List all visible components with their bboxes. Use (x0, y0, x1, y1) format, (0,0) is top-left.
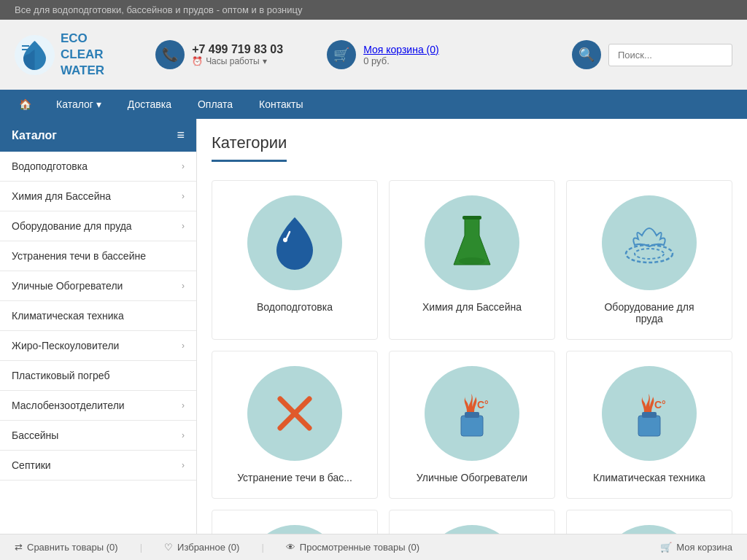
category-icon-vodopodgotovka (247, 195, 342, 290)
svg-rect-11 (465, 412, 479, 418)
category-card-oborudovanie[interactable]: Оборудование дляпруда (566, 180, 732, 340)
arrow-icon: › (182, 430, 185, 440)
sidebar-item-maslo[interactable]: Маслобензоотделители › (0, 391, 196, 421)
svg-text:C°: C° (477, 399, 489, 411)
category-card-klimat[interactable]: C° Климатическая техника (566, 351, 732, 499)
category-icon-klimat: C° (602, 366, 697, 461)
category-name: Оборудование дляпруда (604, 301, 694, 324)
category-name: Климатическая техника (593, 472, 705, 483)
compare-icon: ⇄ (15, 542, 23, 553)
sidebar: Каталог ≡ Водоподготовка › Химия для Бас… (0, 119, 197, 560)
search-input[interactable] (608, 44, 732, 66)
nav-contacts[interactable]: Контакты (246, 90, 316, 119)
category-card-obogrev[interactable]: C° Уличные Обогреватели (389, 351, 555, 499)
svg-point-3 (283, 238, 287, 242)
svg-text:C°: C° (654, 399, 666, 411)
cart-bottom-icon: 🛒 (660, 542, 672, 553)
sidebar-header: Каталог ≡ (0, 119, 196, 152)
arrow-icon: › (182, 341, 185, 351)
favorites-button[interactable]: ♡ Избранное (0) (164, 542, 239, 553)
category-grid: Водоподготовка Химия для Бассейна (212, 180, 732, 499)
sidebar-item-ustranenie[interactable]: Устранения течи в бассейне (0, 241, 196, 271)
cart-block: 🛒 Моя корзина (0) 0 руб. (327, 40, 439, 69)
viewed-button[interactable]: 👁 Просмотренные товары (0) (286, 542, 419, 553)
sidebar-item-zhiro[interactable]: Жиро-Пескоуловители › (0, 331, 196, 361)
logo[interactable]: ECO CLEAR WATER (15, 31, 104, 79)
sidebar-item-pogreb[interactable]: Пластиковый погреб (0, 361, 196, 391)
arrow-icon: › (182, 161, 185, 171)
sidebar-item-obogrev[interactable]: Уличные Обогреватели › (0, 271, 196, 301)
cart-icon[interactable]: 🛒 (327, 40, 356, 69)
arrow-icon: › (182, 400, 185, 411)
category-icon-oborudovanie (602, 195, 697, 290)
svg-rect-13 (638, 416, 660, 436)
category-icon-ustranenie (247, 366, 342, 461)
search-icon[interactable]: 🔍 (572, 40, 601, 69)
main-nav: 🏠 Каталог ▾ Доставка Оплата Контакты (0, 90, 747, 119)
search-block: 🔍 (572, 40, 732, 69)
category-card-ustranenie[interactable]: Устранение течи в бас... (212, 351, 378, 499)
sidebar-item-vodopodgotovka[interactable]: Водоподготовка › (0, 152, 196, 182)
phone-number[interactable]: +7 499 719 83 03 (192, 43, 283, 56)
svg-rect-14 (642, 412, 657, 418)
main-layout: Каталог ≡ Водоподготовка › Химия для Бас… (0, 119, 747, 560)
category-name: Химия для Бассейна (422, 301, 522, 313)
sidebar-item-septiki[interactable]: Септики › (0, 451, 196, 481)
cart-bottom-button[interactable]: 🛒 Моя корзина (660, 542, 732, 553)
page-title: Категории (212, 133, 287, 162)
svg-point-7 (635, 249, 664, 259)
sidebar-item-himiya[interactable]: Химия для Бассейна › (0, 182, 196, 211)
nav-home[interactable]: 🏠 (7, 90, 43, 119)
svg-rect-10 (461, 416, 483, 436)
nav-payment[interactable]: Оплата (185, 90, 246, 119)
content-area: Категории Водоподготовка (197, 119, 747, 560)
svg-rect-4 (462, 216, 481, 219)
category-card-himiya[interactable]: Химия для Бассейна (389, 180, 555, 340)
cart-link[interactable]: Моя корзина (0) (363, 44, 439, 55)
eye-icon: 👁 (286, 542, 295, 553)
sidebar-title: Каталог (12, 129, 57, 142)
svg-point-6 (626, 245, 673, 262)
phone-icon[interactable]: 📞 (155, 40, 185, 69)
bottom-bar: ⇄ Сравнить товары (0) | ♡ Избранное (0) … (0, 534, 747, 560)
cart-price: 0 руб. (363, 55, 439, 66)
sidebar-item-klimat[interactable]: Климатическая техника (0, 301, 196, 331)
arrow-icon: › (182, 221, 185, 231)
logo-text: ECO CLEAR WATER (61, 31, 104, 79)
category-icon-obogrev: C° (425, 366, 519, 461)
compare-button[interactable]: ⇄ Сравнить товары (0) (15, 542, 118, 553)
category-name: Уличные Обогреватели (417, 472, 527, 483)
nav-catalog[interactable]: Каталог ▾ (43, 90, 115, 119)
arrow-icon: › (182, 191, 185, 201)
arrow-icon: › (182, 460, 185, 470)
category-card-vodopodgotovka[interactable]: Водоподготовка (212, 180, 378, 340)
top-banner: Все для водоподготовки, бассейнов и пруд… (0, 0, 747, 20)
category-name: Водоподготовка (257, 301, 333, 313)
arrow-icon: › (182, 281, 185, 291)
work-hours: ⏰ Часы работы ▾ (192, 56, 283, 66)
sidebar-item-basseyni[interactable]: Бассейны › (0, 421, 196, 451)
sidebar-item-oborudovanie[interactable]: Оборудование для пруда › (0, 211, 196, 241)
nav-delivery[interactable]: Доставка (115, 90, 185, 119)
header: ECO CLEAR WATER 📞 +7 499 719 83 03 ⏰ Час… (0, 20, 747, 90)
category-name: Устранение течи в бас... (237, 472, 352, 483)
menu-icon[interactable]: ≡ (177, 128, 185, 143)
svg-point-5 (459, 257, 485, 265)
phone-block: 📞 +7 499 719 83 03 ⏰ Часы работы ▾ (155, 40, 283, 69)
heart-icon: ♡ (164, 542, 173, 553)
category-icon-himiya (425, 195, 519, 290)
